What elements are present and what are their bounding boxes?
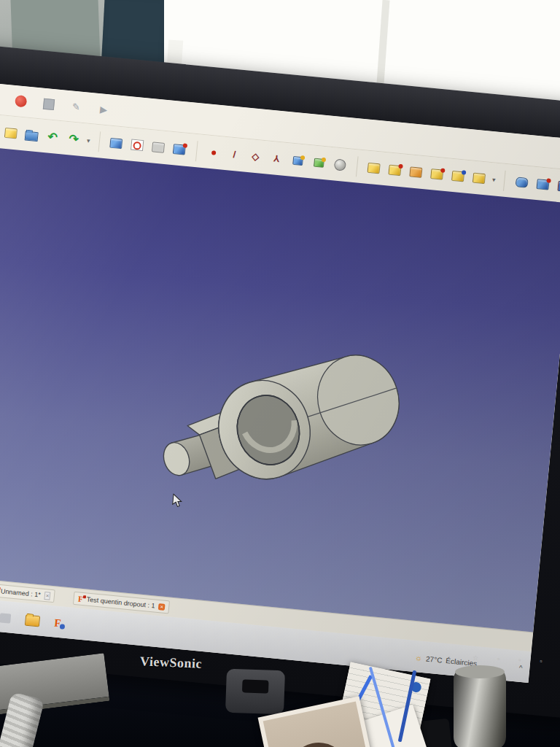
osd-button-icon: ▫ — [497, 655, 500, 662]
undo-icon[interactable]: ↶ — [44, 128, 61, 146]
macro-play-icon[interactable]: ▶ — [95, 101, 112, 118]
freecad-doc-icon: F — [78, 594, 84, 603]
part-sphere-icon[interactable] — [331, 156, 349, 174]
weather-temperature: 27°C — [426, 654, 443, 664]
monitor-stand-mount — [225, 669, 285, 715]
tab-test-label: Test quentin dropout : 1 — [86, 596, 155, 610]
macro-edit-icon[interactable]: ✎ — [67, 98, 85, 115]
osd-button-icon: ▫ — [540, 657, 542, 665]
toolbar-separator — [355, 156, 358, 177]
revolve-icon[interactable] — [386, 161, 404, 179]
macro-record-icon[interactable] — [12, 93, 30, 110]
tab-unnamed[interactable]: F Unnamed : 1* × — [0, 584, 55, 603]
3d-viewport[interactable] — [0, 146, 560, 632]
groove-icon[interactable] — [428, 165, 446, 182]
iso-view-cube-icon[interactable] — [107, 134, 125, 152]
boolean-cut-icon[interactable] — [555, 177, 560, 195]
toolbar-separator — [195, 141, 198, 161]
monitor-screen: ✎ ▶ ↶ ↷ ▾ / ◇ Y — [0, 82, 560, 683]
part-box-green-icon[interactable] — [310, 154, 327, 171]
open-folder-icon[interactable] — [23, 126, 40, 144]
draft-angle-icon[interactable] — [449, 167, 467, 185]
metal-cylinder — [454, 668, 506, 747]
axo-view-cube-icon[interactable] — [171, 140, 188, 158]
redo-icon[interactable]: ↷ — [65, 130, 82, 147]
weather-icon: ☼ — [415, 653, 423, 662]
measure-icon[interactable] — [149, 139, 167, 156]
toolbar-separator — [98, 131, 101, 152]
tab-test-close-icon[interactable]: × — [158, 603, 165, 611]
new-sketch-icon[interactable] — [128, 136, 146, 154]
pocket-icon[interactable] — [407, 163, 424, 181]
pad-icon[interactable] — [365, 159, 383, 177]
freecad-logo-icon[interactable]: F — [54, 616, 62, 630]
macro-stop-icon[interactable] — [40, 95, 58, 112]
boolean-union-icon[interactable] — [513, 174, 530, 191]
draft-line-icon[interactable]: / — [226, 146, 244, 163]
new-document-cube-icon[interactable] — [1, 124, 19, 142]
osd-star-icon: ☆ — [472, 654, 479, 662]
draft-polyline-icon[interactable]: Y — [268, 150, 285, 167]
tab-unnamed-label: Unnamed : 1* — [0, 587, 41, 598]
file-explorer-folder-icon[interactable] — [25, 614, 40, 627]
photo-of-monitor: ✎ ▶ ↶ ↷ ▾ / ◇ Y — [0, 0, 560, 747]
osd-button-icon: ▫ — [518, 657, 521, 664]
boolean-common-icon[interactable] — [534, 175, 551, 193]
tray-app-icon[interactable] — [0, 613, 11, 623]
toolbar-separator — [503, 170, 506, 190]
primitives-dropdown-caret[interactable]: ▾ — [491, 176, 495, 183]
primitive-box-icon[interactable] — [470, 169, 488, 187]
tray-chevron-icon[interactable]: ^ — [518, 663, 523, 671]
draft-polygon-icon[interactable]: ◇ — [246, 147, 264, 165]
tab-unnamed-close-icon[interactable]: × — [44, 591, 51, 600]
portrait-hair — [287, 738, 349, 747]
cad-model-hollow-cylinder — [102, 294, 415, 554]
redo-dropdown-caret[interactable]: ▾ — [87, 136, 90, 144]
part-box-blue-icon[interactable] — [289, 152, 306, 169]
mouse-cursor — [171, 493, 183, 508]
draft-point-icon[interactable] — [205, 144, 222, 161]
